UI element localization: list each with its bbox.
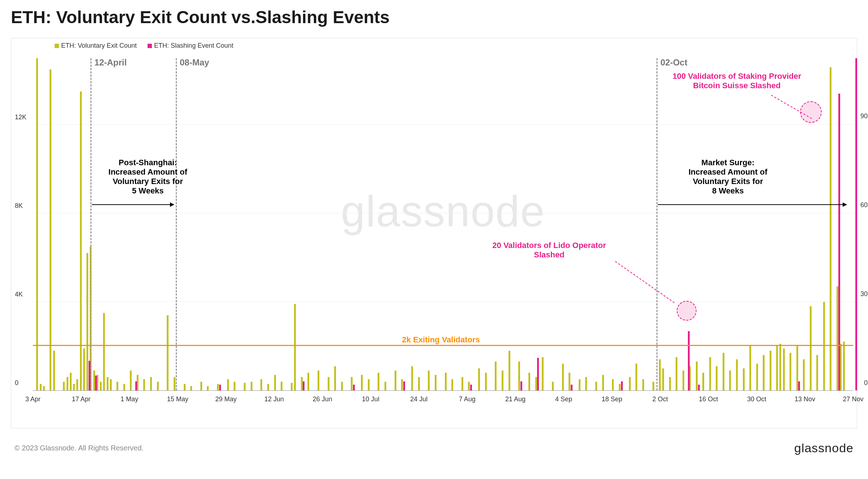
bar-voluntary-exit (70, 373, 72, 390)
bar-voluntary-exit (351, 377, 353, 390)
bar-voluntary-exit (779, 344, 781, 390)
bar-voluntary-exit (749, 346, 751, 390)
bar-voluntary-exit (428, 371, 430, 390)
watermark: glassnode (341, 186, 545, 236)
bar-voluntary-exit (796, 346, 798, 390)
bar-voluntary-exit (328, 377, 329, 390)
bar-voluntary-exit (552, 382, 554, 391)
legend-swatch-2 (148, 44, 152, 48)
bar-voluntary-exit (602, 375, 604, 390)
bar-voluntary-exit (635, 364, 637, 390)
bar-voluntary-exit (435, 375, 437, 390)
event-vline-label: 08-May (180, 57, 209, 68)
bar-voluntary-exit (502, 371, 503, 390)
bar-slashing (798, 381, 800, 390)
brand-logo: glassnode (794, 441, 854, 455)
bar-voluntary-exit (743, 368, 745, 390)
x-tick: 17 Apr (72, 395, 90, 403)
footer: © 2023 Glassnode. All Rights Reserved. g… (11, 441, 857, 455)
x-tick: 16 Oct (699, 395, 718, 403)
legend-label-2: ETH: Slashing Event Count (154, 42, 233, 50)
bar-voluntary-exit (803, 359, 805, 390)
bar-voluntary-exit (318, 371, 319, 390)
event-vline (176, 58, 177, 390)
bar-voluntary-exit (36, 58, 38, 390)
x-tick: 21 Aug (505, 395, 526, 403)
bar-voluntary-exit (662, 368, 664, 390)
bar-voluntary-exit (790, 353, 791, 390)
x-tick: 13 Nov (795, 395, 815, 403)
legend-swatch-1 (55, 44, 59, 48)
bar-voluntary-exit (535, 377, 537, 390)
bar-voluntary-exit (274, 375, 276, 390)
bar-voluntary-exit (76, 379, 78, 390)
y-right-tick: 30 (860, 290, 868, 298)
highlight-circle (800, 101, 822, 123)
bar-voluntary-exit (244, 383, 246, 390)
bar-voluntary-exit (579, 379, 580, 390)
x-tick: 10 Jul (362, 395, 379, 403)
bar-voluntary-exit (451, 379, 453, 390)
x-tick: 24 Jul (410, 395, 427, 403)
bar-voluntary-exit (234, 382, 235, 391)
bar-voluntary-exit (67, 377, 68, 390)
annotation-post-shanghai: Post-Shanghai: Increased Amount of Volun… (103, 158, 193, 196)
bar-voluntary-exit (361, 375, 363, 390)
bar-voluntary-exit (107, 377, 109, 390)
bar-slashing (95, 376, 97, 390)
bar-voluntary-exit (307, 373, 309, 390)
bar-voluntary-exit (281, 382, 282, 391)
bar-voluntary-exit (629, 377, 631, 390)
bar-voluntary-exit (619, 384, 621, 390)
bar-voluntary-exit (763, 355, 765, 390)
bar-slashing (698, 385, 700, 390)
bar-voluntary-exit (130, 371, 132, 390)
bar-voluntary-exit (73, 384, 75, 390)
bar-voluntary-exit (461, 377, 463, 390)
bar-voluntary-exit (495, 362, 497, 390)
bar-voluntary-exit (676, 357, 677, 390)
bar-voluntary-exit (190, 386, 192, 390)
bar-voluntary-exit (418, 377, 420, 390)
bar-slashing (219, 385, 221, 390)
bar-voluntary-exit (485, 373, 487, 390)
bar-voluntary-exit (200, 382, 202, 391)
bar-voluntary-exit (696, 362, 698, 390)
legend-item-2: ETH: Slashing Event Count (148, 42, 233, 50)
bar-voluntary-exit (184, 384, 186, 390)
x-tick: 15 May (167, 395, 188, 403)
bar-voluntary-exit (783, 348, 785, 390)
bar-voluntary-exit (518, 362, 520, 390)
bar-voluntary-exit (207, 386, 209, 390)
legend-item-1: ETH: Voluntary Exit Count (55, 42, 137, 50)
bar-voluntary-exit (43, 386, 45, 390)
bar-voluntary-exit (770, 351, 771, 390)
bar-slashing (403, 381, 405, 390)
reference-line (33, 345, 853, 346)
bar-voluntary-exit (716, 366, 718, 390)
bar-voluntary-exit (702, 373, 704, 390)
chart-container: ETH: Voluntary Exit Count ETH: Slashing … (11, 38, 857, 428)
bar-voluntary-exit (756, 364, 758, 390)
bar-voluntary-exit (395, 371, 396, 390)
bar-voluntary-exit (378, 373, 379, 390)
x-tick: 7 Aug (459, 395, 476, 403)
bar-voluntary-exit (217, 384, 219, 390)
bar-voluntary-exit (776, 345, 778, 390)
bar-voluntary-exit (478, 368, 480, 390)
bar-voluntary-exit (642, 379, 644, 390)
x-tick: 30 Oct (747, 395, 766, 403)
x-tick: 2 Oct (652, 395, 668, 403)
bar-voluntary-exit (830, 67, 831, 390)
bar-voluntary-exit (401, 379, 403, 390)
chart-title: ETH: Voluntary Exit Count vs.Slashing Ev… (11, 7, 857, 27)
bar-slashing (135, 381, 137, 390)
event-vline-label: 02-Oct (660, 57, 688, 68)
bar-slashing (571, 385, 573, 390)
bar-voluntary-exit (251, 382, 252, 391)
bar-voluntary-exit (709, 357, 711, 390)
bar-voluntary-exit (157, 382, 159, 391)
x-tick: 12 Jun (264, 395, 284, 403)
highlight-circle (677, 301, 697, 321)
bar-voluntary-exit (384, 382, 386, 391)
